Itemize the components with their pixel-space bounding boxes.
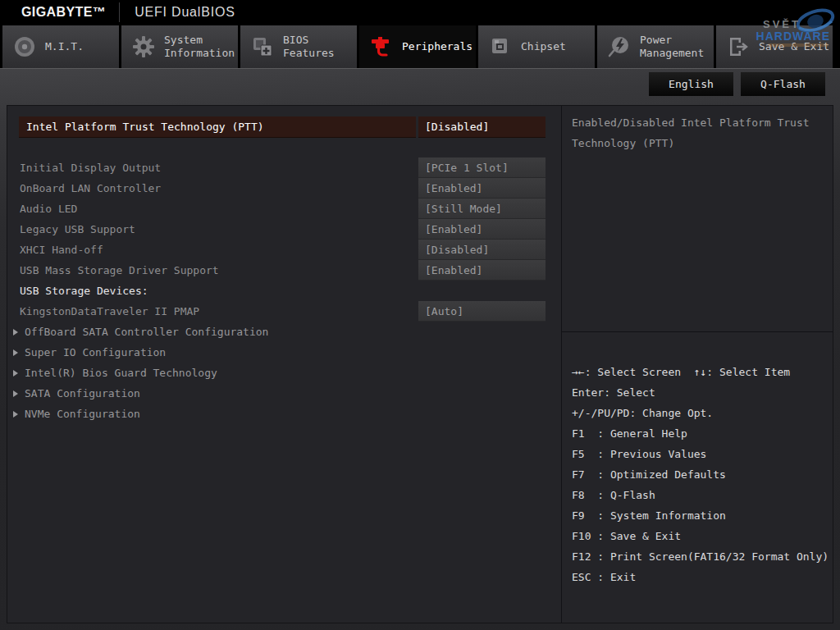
setting-label: Legacy USB Support — [7, 223, 135, 235]
product-title: UEFI DualBIOS — [120, 5, 235, 20]
setting-label: OnBoard LAN Controller — [7, 182, 161, 194]
setting-value[interactable]: [Enabled] — [418, 219, 546, 240]
hotkey-line: F1 : General Help — [572, 423, 833, 444]
setting-value[interactable]: [Enabled] — [418, 178, 546, 199]
setting-label: XHCI Hand-off — [7, 244, 103, 256]
tab-save-exit[interactable]: Save & Exit — [716, 25, 833, 68]
hotkey-line: F12 : Print Screen(FAT16/32 Format Only) — [572, 546, 833, 567]
mit-dial-icon — [12, 34, 37, 59]
hotkey-line: F10 : Save & Exit — [572, 526, 833, 546]
tab-label: Chipset — [521, 40, 593, 53]
hotkey-line: F8 : Q-Flash — [572, 485, 833, 505]
top-brand-bar: GIGABYTE™ UEFI DualBIOS — [0, 0, 840, 25]
submenu-sata-configuration[interactable]: SATA Configuration — [7, 383, 560, 404]
chipset-icon — [488, 34, 513, 59]
setting-value[interactable]: [Disabled] — [418, 240, 546, 260]
submenu-super-io[interactable]: Super IO Configuration — [7, 342, 560, 363]
setting-label: USB Mass Storage Driver Support — [7, 264, 219, 276]
setting-row[interactable]: Legacy USB Support [Enabled] — [7, 219, 560, 240]
submenu-offboard-sata[interactable]: OffBoard SATA Controller Configuration — [7, 322, 560, 342]
tab-system-information[interactable]: System Information — [121, 25, 238, 68]
tab-power-management[interactable]: Power Management — [597, 25, 714, 68]
tab-label: BIOS Features — [283, 34, 355, 60]
submenu-label: OffBoard SATA Controller Configuration — [25, 322, 268, 342]
help-sidebar: Enabled/Disabled Intel Platform Trust Te… — [561, 106, 833, 623]
setting-label: Initial Display Output — [7, 162, 161, 174]
setting-value[interactable]: [Auto] — [418, 301, 546, 322]
hotkey-line: →←: Select Screen ↑↓: Select Item — [572, 362, 833, 382]
hotkey-line: F9 : System Information — [572, 505, 833, 526]
submenu-label: Intel(R) Bios Guard Technology — [25, 363, 217, 383]
setting-value[interactable]: [PCIe 1 Slot] — [418, 158, 546, 178]
submenu-arrow-icon — [13, 390, 18, 397]
language-button[interactable]: English — [649, 72, 733, 96]
tab-label: M.I.T. — [45, 40, 117, 53]
setting-value[interactable]: [Enabled] — [418, 260, 546, 281]
tab-peripherals[interactable]: Peripherals — [359, 25, 476, 68]
tab-label: Save & Exit — [759, 40, 831, 53]
setting-row[interactable]: Initial Display Output [PCIe 1 Slot] — [7, 158, 560, 178]
setting-row[interactable]: Audio LED [Still Mode] — [7, 199, 560, 219]
hotkey-line: F7 : Optimized Defaults — [572, 464, 833, 485]
bios-chip-plus-icon — [250, 34, 275, 59]
hotkey-line: ESC : Exit — [572, 567, 833, 587]
hotkey-line: F5 : Previous Values — [572, 444, 833, 464]
setting-row-selected[interactable]: Intel Platform Trust Technology (PTT) [D… — [7, 116, 560, 138]
setting-value[interactable]: [Disabled] — [418, 116, 546, 138]
hotkey-legend: →←: Select Screen ↑↓: Select Item Enter:… — [562, 332, 833, 587]
bios-main-panel: Intel Platform Trust Technology (PTT) [D… — [7, 105, 833, 623]
gigabyte-logo: GIGABYTE™ — [0, 5, 106, 20]
submenu-bios-guard[interactable]: Intel(R) Bios Guard Technology — [7, 363, 560, 383]
setting-label: Audio LED — [7, 203, 77, 215]
tab-label: Peripherals — [402, 40, 474, 53]
tab-bios-features[interactable]: BIOS Features — [240, 25, 357, 68]
setting-label: KingstonDataTraveler II PMAP — [7, 305, 199, 317]
save-exit-door-icon — [726, 34, 751, 59]
bios-tab-strip: M.I.T. System Information BI — [0, 25, 840, 69]
setting-row[interactable]: OnBoard LAN Controller [Enabled] — [7, 178, 560, 199]
tab-mit[interactable]: M.I.T. — [2, 25, 119, 68]
submenu-arrow-icon — [13, 370, 18, 377]
setting-value[interactable]: [Still Mode] — [418, 199, 546, 219]
submenu-label: Super IO Configuration — [25, 342, 166, 363]
setting-label: Intel Platform Trust Technology (PTT) — [19, 116, 416, 138]
tab-label: System Information — [164, 34, 236, 60]
usb-storage-devices-header: USB Storage Devices: — [7, 281, 560, 301]
setting-row-usb-device[interactable]: KingstonDataTraveler II PMAP [Auto] — [7, 301, 560, 322]
spacer — [7, 138, 560, 158]
tab-chipset[interactable]: Chipset — [478, 25, 595, 68]
submenu-label: SATA Configuration — [25, 383, 140, 404]
submenu-nvme-configuration[interactable]: NVMe Configuration — [7, 404, 560, 424]
peripherals-plug-icon — [369, 34, 394, 59]
submenu-arrow-icon — [13, 349, 18, 356]
gear-icon — [131, 34, 156, 59]
settings-list: Intel Platform Trust Technology (PTT) [D… — [7, 106, 560, 424]
setting-row[interactable]: USB Mass Storage Driver Support [Enabled… — [7, 260, 560, 281]
setting-row[interactable]: XHCI Hand-off [Disabled] — [7, 240, 560, 260]
power-lightning-icon — [607, 34, 632, 59]
submenu-arrow-icon — [13, 329, 18, 336]
tab-label: Power Management — [640, 34, 712, 60]
qflash-button[interactable]: Q-Flash — [741, 72, 825, 96]
hotkey-line: Enter: Select — [572, 382, 833, 403]
item-help-text: Enabled/Disabled Intel Platform Trust Te… — [562, 106, 833, 332]
submenu-arrow-icon — [13, 411, 18, 418]
hotkey-line: +/-/PU/PD: Change Opt. — [572, 403, 833, 423]
submenu-label: NVMe Configuration — [25, 404, 140, 424]
